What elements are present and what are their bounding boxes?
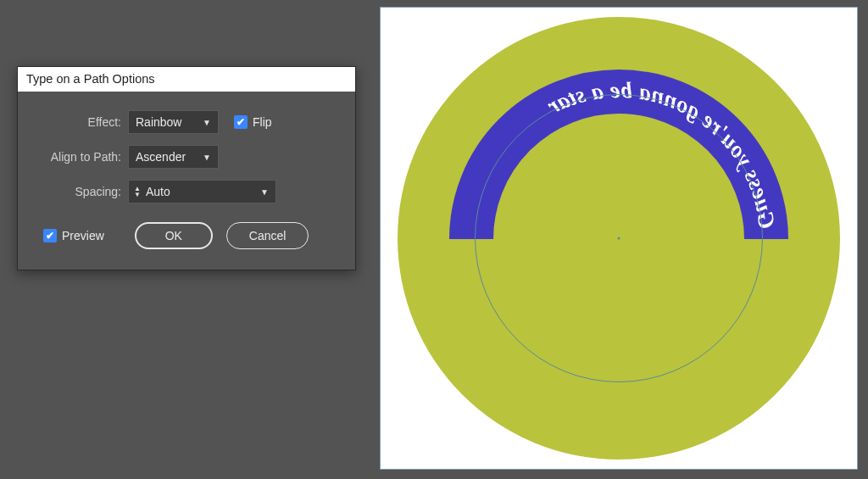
- preview-label: Preview: [62, 229, 104, 242]
- dialog-actions: ✔ Preview OK Cancel: [35, 222, 338, 249]
- spacing-value: Auto: [146, 185, 255, 198]
- ok-button[interactable]: OK: [135, 222, 213, 249]
- artboard: Guess you're gonna be a star: [380, 7, 858, 470]
- flip-checkbox-wrap[interactable]: ✔ Flip: [234, 115, 272, 129]
- spacing-stepper[interactable]: ▲ ▼: [131, 186, 146, 198]
- effect-row: Effect: Rainbow ▼ ✔ Flip: [35, 110, 338, 134]
- preview-checkbox[interactable]: ✔: [43, 229, 57, 242]
- align-value: Ascender: [136, 150, 186, 164]
- spacing-row: Spacing: ▲ ▼ Auto ▼: [35, 180, 338, 203]
- dialog-title: Type on a Path Options: [18, 67, 355, 92]
- type-on-path-options-dialog: Type on a Path Options Effect: Rainbow ▼…: [17, 66, 356, 270]
- preview-checkbox-wrap[interactable]: ✔ Preview: [43, 229, 104, 242]
- spacing-label: Spacing:: [35, 185, 128, 198]
- effect-select[interactable]: Rainbow ▼: [128, 110, 219, 134]
- chevron-down-icon: ▼: [260, 187, 269, 197]
- center-point-icon: [618, 237, 620, 240]
- align-select[interactable]: Ascender ▼: [128, 145, 219, 169]
- align-row: Align to Path: Ascender ▼: [35, 145, 338, 169]
- chevron-down-icon: ▼: [203, 153, 211, 162]
- spacing-select[interactable]: ▲ ▼ Auto ▼: [128, 180, 276, 203]
- cancel-button[interactable]: Cancel: [226, 222, 309, 249]
- effect-value: Rainbow: [136, 115, 181, 129]
- flip-label: Flip: [253, 115, 272, 129]
- stepper-down-icon[interactable]: ▼: [134, 192, 141, 198]
- effect-label: Effect:: [35, 115, 128, 129]
- align-label: Align to Path:: [35, 150, 128, 164]
- dialog-body: Effect: Rainbow ▼ ✔ Flip Align to Path: …: [18, 92, 355, 270]
- chevron-down-icon: ▼: [203, 118, 211, 127]
- flip-checkbox[interactable]: ✔: [234, 115, 248, 129]
